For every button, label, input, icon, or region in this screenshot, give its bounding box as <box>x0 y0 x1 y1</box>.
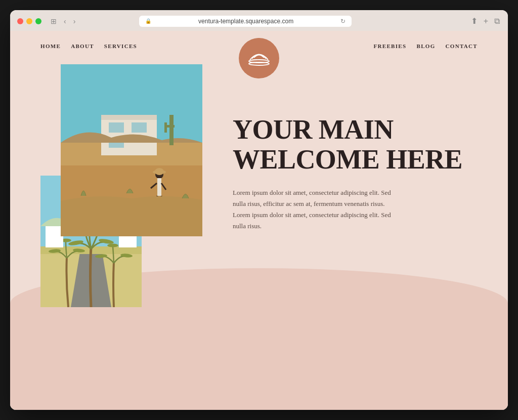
new-tab-button[interactable]: + <box>483 16 489 27</box>
nav-right: FREEBIES BLOG CONTACT <box>374 43 478 49</box>
heading-line2: WELCOME HERE <box>233 144 462 175</box>
nav-services[interactable]: SERVICES <box>104 43 137 49</box>
welcome-body: Lorem ipsum dolor sit amet, consectetur … <box>233 187 395 232</box>
svg-rect-10 <box>132 122 147 133</box>
nav-contact[interactable]: CONTACT <box>446 43 478 49</box>
site-nav: HOME ABOUT SERVICES <box>10 31 508 54</box>
sidebar-toggle-button[interactable]: ⊞ <box>49 16 59 26</box>
svg-rect-17 <box>157 178 161 196</box>
traffic-lights <box>17 18 41 24</box>
nav-left: HOME ABOUT SERVICES <box>40 43 137 49</box>
browser-actions: ⬆ + ⧉ <box>470 15 501 27</box>
site-content: HOME ABOUT SERVICES <box>10 31 508 410</box>
svg-point-0 <box>243 42 275 74</box>
browser-window: ⊞ ‹ › 🔒 ventura-template.squarespace.com… <box>10 10 508 410</box>
maximize-button[interactable] <box>35 18 41 24</box>
heading-line1: YOUR MAIN <box>233 114 394 145</box>
share-button[interactable]: ⬆ <box>470 15 479 27</box>
svg-point-38 <box>107 244 118 247</box>
address-bar[interactable]: 🔒 ventura-template.squarespace.com ↻ <box>139 16 352 27</box>
site-logo[interactable] <box>239 38 279 78</box>
nav-about[interactable]: ABOUT <box>71 43 94 49</box>
browser-controls: ⊞ ‹ › <box>49 16 77 26</box>
welcome-heading: YOUR MAIN WELCOME HERE <box>233 115 478 175</box>
svg-rect-14 <box>164 122 167 133</box>
url-text: ventura-template.squarespace.com <box>154 18 337 25</box>
browser-chrome: ⊞ ‹ › 🔒 ventura-template.squarespace.com… <box>10 10 508 31</box>
svg-rect-9 <box>109 122 124 133</box>
tabs-button[interactable]: ⧉ <box>493 16 501 27</box>
hero-image-top <box>61 64 202 236</box>
svg-rect-15 <box>171 124 174 134</box>
minimize-button[interactable] <box>26 18 32 24</box>
back-button[interactable]: ‹ <box>62 16 68 26</box>
nav-home[interactable]: HOME <box>40 43 61 49</box>
reload-button[interactable]: ↻ <box>340 18 346 25</box>
svg-point-23 <box>155 168 164 175</box>
nav-blog[interactable]: BLOG <box>416 43 435 49</box>
close-button[interactable] <box>17 18 23 24</box>
svg-rect-8 <box>101 115 157 120</box>
nav-freebies[interactable]: FREEBIES <box>374 43 407 49</box>
lock-icon: 🔒 <box>145 18 151 24</box>
main-content: YOUR MAIN WELCOME HERE Lorem ipsum dolor… <box>10 54 508 327</box>
images-stack <box>40 64 202 327</box>
text-content: YOUR MAIN WELCOME HERE Lorem ipsum dolor… <box>233 64 478 232</box>
forward-button[interactable]: › <box>71 16 78 26</box>
